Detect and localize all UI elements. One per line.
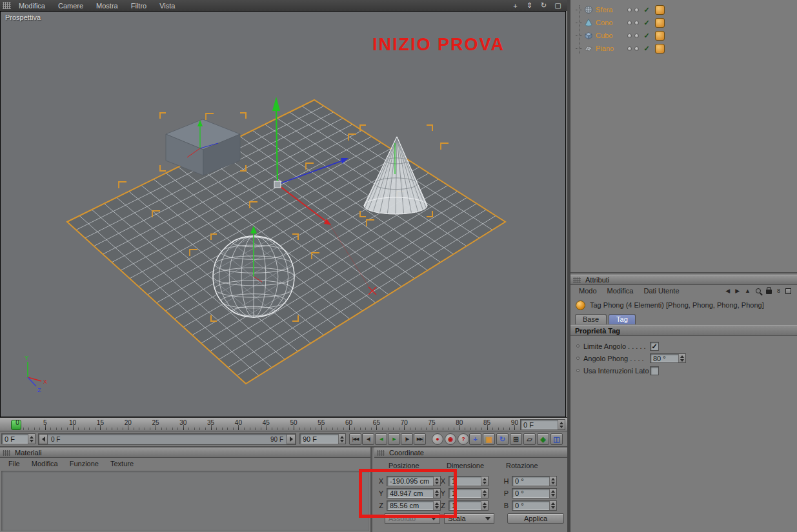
- play-button[interactable]: ▶: [388, 433, 400, 445]
- selected-tag-row[interactable]: Tag Phong (4 Elementi) [Phong, Phong, Ph…: [570, 297, 797, 313]
- phong-tag-icon[interactable]: [655, 18, 665, 28]
- enabled-check-icon[interactable]: [642, 6, 651, 14]
- timeline-ruler[interactable]: 051015202530354045505560657075808590 0 F: [0, 417, 567, 431]
- goto-start-button[interactable]: |◀◀: [349, 433, 361, 445]
- menu-dati-utente[interactable]: Dati Utente: [639, 287, 685, 295]
- menu-modifica[interactable]: Modifica: [26, 460, 64, 468]
- range-start-grip[interactable]: [39, 434, 48, 444]
- viewport-label[interactable]: Prospettiva: [5, 14, 41, 21]
- rotation-key-toggle[interactable]: ↻: [496, 433, 509, 445]
- render-visibility-dot[interactable]: [634, 21, 639, 25]
- spinner-control[interactable]: [549, 501, 556, 510]
- position-key-toggle[interactable]: +: [469, 433, 481, 445]
- search-icon[interactable]: [756, 288, 761, 293]
- object-row-piano[interactable]: Piano: [570, 42, 797, 55]
- ik-key-toggle[interactable]: ◈: [537, 433, 549, 445]
- render-visibility-dot[interactable]: [634, 34, 639, 38]
- menu-funzione[interactable]: Funzione: [64, 460, 105, 468]
- object-label[interactable]: Cono: [596, 19, 625, 26]
- origin-handle[interactable]: [274, 181, 281, 188]
- menu-mostra[interactable]: Mostra: [90, 2, 125, 10]
- phong-tag-icon[interactable]: [655, 31, 665, 41]
- rotation-p-field[interactable]: 0 °: [512, 488, 557, 498]
- autokey-button[interactable]: ◉: [445, 433, 456, 445]
- editor-visibility-dot[interactable]: [627, 8, 632, 12]
- lock-icon[interactable]: [766, 290, 772, 294]
- object-label[interactable]: Piano: [596, 44, 625, 52]
- pan-view-icon[interactable]: +: [510, 1, 520, 10]
- apply-button[interactable]: Applica: [507, 513, 564, 524]
- perspective-viewport[interactable]: YXZ Prospettiva INIZIO PROVA: [0, 11, 566, 417]
- tab-base[interactable]: Base: [575, 314, 607, 324]
- layout-toggle[interactable]: ◫: [550, 433, 563, 445]
- menu-modifica[interactable]: Modifica: [602, 287, 639, 295]
- forward-icon[interactable]: ▶: [735, 288, 740, 294]
- play-reverse-button[interactable]: ◀: [375, 433, 387, 445]
- editor-visibility-dot[interactable]: [627, 34, 632, 38]
- up-icon[interactable]: ▲: [745, 288, 751, 294]
- spinner-control[interactable]: [549, 489, 556, 498]
- pla-key-toggle[interactable]: ▱: [523, 433, 536, 445]
- enabled-check-icon[interactable]: [642, 32, 651, 40]
- menu-vista[interactable]: Vista: [153, 2, 181, 10]
- object-row-sfera[interactable]: Sfera: [570, 3, 797, 16]
- rotation-b-field[interactable]: 0 °: [512, 500, 557, 511]
- editor-visibility-dot[interactable]: [627, 46, 632, 51]
- next-frame-button[interactable]: |▶: [401, 433, 413, 445]
- spinner-control[interactable]: [678, 354, 685, 362]
- phong-tag-icon[interactable]: [655, 44, 665, 54]
- enabled-check-icon[interactable]: [642, 19, 651, 27]
- phong-tag-icon[interactable]: [655, 5, 665, 15]
- render-visibility-dot[interactable]: [634, 8, 639, 12]
- object-label[interactable]: Sfera: [596, 6, 625, 14]
- enabled-check-icon[interactable]: [642, 44, 651, 53]
- spinner-control[interactable]: [481, 489, 488, 498]
- end-frame-field[interactable]: 90 F: [299, 433, 346, 444]
- zoom-view-icon[interactable]: ⇕: [525, 1, 534, 10]
- usa-interruzioni-checkbox[interactable]: [650, 366, 659, 375]
- menu-texture[interactable]: Texture: [105, 460, 139, 468]
- spinner-control[interactable]: [481, 477, 488, 486]
- range-end-grip[interactable]: [287, 434, 296, 444]
- angolo-phong-field[interactable]: 80 °: [650, 353, 686, 363]
- goto-end-button[interactable]: ▶▶|: [414, 433, 426, 445]
- spinner-control[interactable]: [481, 501, 488, 510]
- rotation-h-field[interactable]: 0 °: [512, 476, 557, 486]
- spinner-control[interactable]: [558, 420, 565, 429]
- record-keyframe-button[interactable]: ●: [432, 433, 443, 445]
- materials-header[interactable]: Materiali: [0, 448, 370, 458]
- parameter-key-toggle[interactable]: ⊞: [510, 433, 522, 445]
- spinner-control[interactable]: [338, 434, 345, 444]
- spinner-control[interactable]: [549, 477, 556, 486]
- materials-list-area[interactable]: [1, 471, 369, 531]
- object-label[interactable]: Cubo: [596, 32, 625, 39]
- maximize-view-icon[interactable]: ▢: [553, 1, 563, 10]
- panel-grip-icon[interactable]: [3, 450, 10, 456]
- scale-key-toggle[interactable]: ▣: [483, 433, 495, 445]
- object-row-cono[interactable]: Cono: [570, 16, 797, 29]
- panel-menu-icon[interactable]: [785, 288, 791, 294]
- start-frame-field[interactable]: 0 F: [1, 433, 35, 444]
- current-frame-field[interactable]: 0 F: [520, 419, 565, 430]
- tab-tag[interactable]: Tag: [609, 314, 636, 324]
- section-proprieta-tag[interactable]: Proprietà Tag: [570, 325, 797, 336]
- back-icon[interactable]: ◀: [725, 288, 730, 294]
- timeline-range-slider[interactable]: 0 F 90 F: [38, 433, 296, 445]
- panel-grip-icon[interactable]: [377, 450, 385, 456]
- menu-camere[interactable]: Camere: [52, 2, 90, 10]
- editor-visibility-dot[interactable]: [627, 21, 632, 25]
- prev-frame-button[interactable]: ◀|: [362, 433, 374, 445]
- menu-modifica[interactable]: Modifica: [12, 2, 52, 10]
- rotate-view-icon[interactable]: ↻: [539, 1, 549, 10]
- coordinates-header[interactable]: Coordinate: [374, 448, 567, 458]
- menu-modo[interactable]: Modo: [574, 287, 602, 295]
- menu-filtro[interactable]: Filtro: [125, 2, 153, 10]
- record-help-button[interactable]: ?: [458, 433, 469, 445]
- panel-grip-icon[interactable]: [3, 2, 11, 9]
- menu-file[interactable]: File: [3, 460, 26, 468]
- attributes-header[interactable]: Attributi: [570, 275, 797, 285]
- spinner-control[interactable]: [28, 434, 35, 444]
- floor-plane-object[interactable]: [67, 100, 505, 384]
- filter-8-icon[interactable]: 8: [777, 288, 780, 294]
- panel-grip-icon[interactable]: [573, 277, 581, 283]
